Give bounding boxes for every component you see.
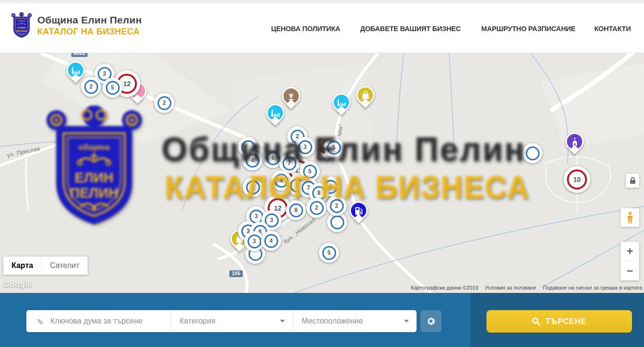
worker-icon (287, 92, 295, 101)
cluster-marker[interactable]: 4 (242, 150, 262, 170)
road-number-badge: 105 (229, 270, 243, 277)
cluster-count: 3 (103, 70, 106, 77)
search-icon (532, 317, 540, 325)
street-label: ции" (336, 123, 344, 137)
cluster-marker[interactable]: 5 (324, 137, 344, 157)
cluster-ring (526, 146, 540, 160)
cluster-ring: 5 (327, 141, 341, 155)
location-select[interactable]: Местоположение (293, 310, 417, 332)
cluster-ring: 2 (84, 80, 98, 94)
cluster-marker[interactable]: 2 (306, 198, 327, 218)
cluster-count: 7 (288, 160, 291, 167)
worker-pin[interactable] (282, 87, 300, 108)
cluster-count: 12 (123, 80, 131, 88)
cluster-ring: 2 (330, 199, 344, 213)
zoom-out-button[interactable]: − (621, 261, 639, 280)
cluster-ring: 3 (248, 235, 261, 248)
cluster-count: 3 (255, 213, 258, 220)
cluster-marker[interactable]: 5 (319, 243, 339, 263)
chevron-down-icon (404, 320, 409, 323)
attribution-link[interactable]: Подаване на сигнал за грешка в картата (543, 285, 642, 291)
factory-pin[interactable] (266, 104, 284, 124)
zoom-in-button[interactable]: + (621, 242, 639, 261)
cluster-ring: 2 (158, 96, 171, 110)
google-map[interactable]: 6002105ул. Преславбул. „Новоселции"13123… (0, 53, 644, 293)
location-value: Местоположение (302, 317, 363, 325)
google-logo[interactable]: Google (3, 280, 33, 290)
cluster-count: 4 (270, 237, 273, 244)
brand-title: Община Елин Пелин (37, 14, 142, 26)
map-type-control: Карта Сателит (3, 257, 88, 275)
brand-subtitle: КАТАЛОГ НА БИЗНЕСА (37, 27, 142, 37)
fuel-pin[interactable] (350, 201, 368, 222)
municipality-crest-icon (11, 12, 33, 39)
cluster-count: 4 (280, 177, 283, 184)
site-logo[interactable]: Община Елин Пелин КАТАЛОГ НА БИЗНЕСА (11, 12, 142, 39)
attribution-link[interactable]: Условия за ползване (485, 285, 536, 291)
nav-item[interactable]: ЦЕНОВА ПОЛИТИКА (271, 24, 340, 33)
cluster-ring: 5 (106, 81, 120, 95)
cluster-count: 3 (270, 217, 273, 224)
zoom-control: + − (621, 242, 639, 280)
cluster-count: 5 (332, 144, 336, 151)
main-nav: ЦЕНОВА ПОЛИТИКАДОБАВЕТЕ ВАШИЯТ БИЗНЕСМАР… (270, 3, 632, 53)
map-attribution: Картографски данни ©2019Условия за ползв… (411, 285, 642, 291)
category-select[interactable]: Категория (171, 310, 293, 332)
factory-pin[interactable] (332, 93, 350, 114)
cluster-count: 8 (317, 190, 321, 196)
church-pin[interactable] (565, 133, 584, 153)
cluster-ring: 6 (266, 151, 280, 165)
street-label: бул. „Новосел (282, 216, 316, 245)
cluster-marker[interactable] (522, 143, 542, 163)
cluster-ring: 7 (282, 157, 296, 170)
cluster-marker[interactable]: 2 (327, 196, 347, 216)
factory-pin[interactable] (67, 61, 85, 82)
cluster-marker[interactable]: 2 (243, 177, 263, 197)
cluster-ring: 2 (246, 180, 260, 194)
pegman-icon (625, 212, 635, 224)
cluster-count: 2 (90, 83, 93, 90)
cluster-count: 2 (251, 184, 255, 190)
street-label: ул. Преслав (7, 146, 41, 158)
road-number-badge: 6002 (71, 53, 88, 57)
map-type-map-button[interactable]: Карта (3, 257, 41, 275)
advanced-settings-button[interactable] (420, 310, 441, 332)
keyword-input[interactable] (49, 316, 164, 326)
cluster-marker[interactable]: 2 (154, 93, 174, 113)
cluster-ring: 5 (322, 246, 336, 260)
cluster-marker[interactable]: 5 (102, 78, 123, 98)
page-top-strip (0, 0, 644, 3)
lock-button[interactable] (626, 174, 639, 188)
cluster-marker[interactable]: 8 (286, 200, 306, 220)
cluster-marker[interactable]: 3 (295, 137, 315, 157)
pencil-icon: ✎ (34, 318, 45, 325)
search-button[interactable]: ТЪРСЕНЕ (486, 310, 632, 333)
cluster-ring: 3 (298, 140, 312, 154)
chevron-down-icon (280, 320, 285, 323)
nav-item[interactable]: МАРШРУТНО РАЗПИСАНИЕ (481, 24, 576, 33)
bag-pin[interactable] (356, 86, 374, 107)
padlock-icon (630, 177, 636, 184)
cluster-count: 4 (329, 183, 332, 190)
nav-item[interactable]: КОНТАКТИ (595, 24, 631, 33)
map-type-satellite-button[interactable]: Сателит (41, 257, 87, 275)
cluster-marker[interactable]: 4 (261, 231, 281, 251)
cluster-count: 3 (304, 144, 307, 150)
cluster-count: 5 (111, 84, 114, 91)
cluster-count: 6 (271, 155, 275, 161)
cluster-count: 4 (251, 157, 254, 164)
cluster-marker[interactable]: 2 (81, 77, 101, 97)
cluster-count: 2 (315, 204, 318, 211)
cluster-count: 5 (308, 168, 312, 175)
cluster-marker[interactable]: 10 (564, 166, 590, 193)
factory-icon (71, 66, 80, 74)
category-value: Категория (180, 317, 215, 325)
cluster-count: 2 (163, 100, 166, 106)
marker-layer: 6002105ул. Преславбул. „Новоселции"13123… (0, 53, 644, 293)
cluster-ring (330, 215, 344, 229)
pegman-streetview-button[interactable] (621, 208, 639, 227)
cluster-ring: 4 (274, 174, 288, 188)
cluster-ring: 4 (264, 234, 278, 248)
cluster-count: 3 (253, 238, 256, 245)
nav-item[interactable]: ДОБАВЕТЕ ВАШИЯТ БИЗНЕС (360, 24, 461, 33)
